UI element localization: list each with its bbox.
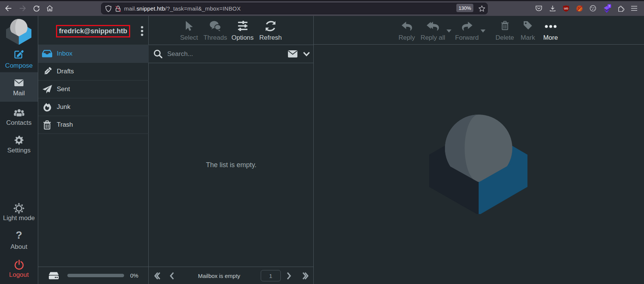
svg-text:7: 7 [608,4,610,8]
svg-text:UO: UO [564,6,568,10]
